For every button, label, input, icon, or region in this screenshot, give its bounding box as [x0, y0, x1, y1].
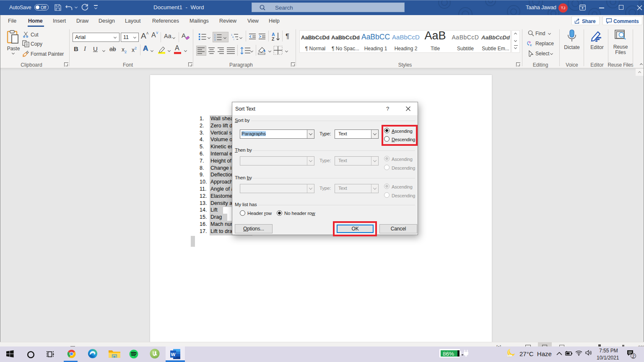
- svg-text:i: i: [234, 38, 234, 41]
- svg-text:c: c: [530, 43, 532, 47]
- svg-text:W: W: [171, 352, 176, 357]
- svg-text:3: 3: [214, 39, 216, 41]
